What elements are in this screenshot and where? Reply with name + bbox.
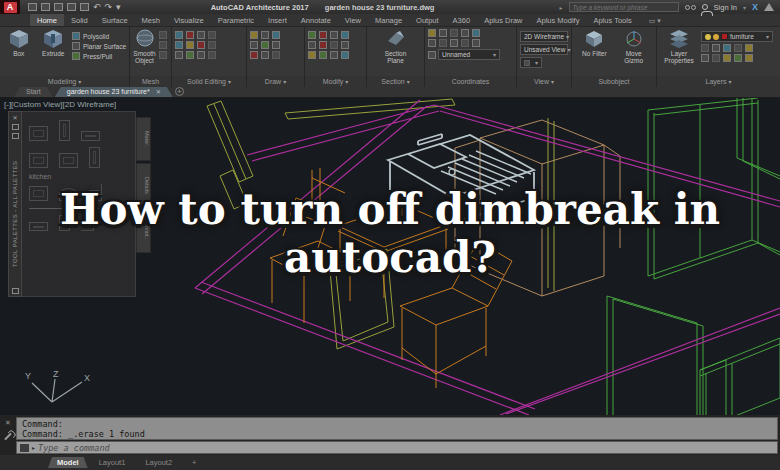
draw-tool-icon[interactable]	[250, 31, 258, 39]
command-icon[interactable]	[20, 444, 29, 452]
solid-editing-tool-icon[interactable]	[208, 31, 216, 39]
panel-label-mesh[interactable]: Mesh	[130, 76, 171, 87]
signin-dropdown-icon[interactable]: ▾	[743, 4, 746, 11]
viewport-config-dropdown[interactable]	[520, 57, 542, 68]
ribbon-tab-aplus-draw[interactable]: Aplus Draw	[477, 14, 529, 26]
layer-tool-icon[interactable]	[701, 54, 709, 62]
solid-editing-tool-icon[interactable]	[197, 41, 205, 49]
help-search-field[interactable]	[569, 2, 679, 12]
visual-style-dropdown[interactable]: 2D Wireframe	[520, 31, 568, 42]
new-layout-button[interactable]: +	[183, 457, 205, 468]
box-button[interactable]: Box	[3, 29, 35, 57]
close-command-icon[interactable]: ✕	[5, 419, 11, 427]
ribbon-tab-annotate[interactable]: Annotate	[294, 14, 338, 26]
draw-tool-icon[interactable]	[250, 41, 258, 49]
print-icon[interactable]	[80, 3, 89, 11]
modify-tool-icon[interactable]	[330, 51, 338, 59]
modify-tool-icon[interactable]	[319, 51, 327, 59]
draw-tool-icon[interactable]	[261, 31, 269, 39]
layer-tool-icon[interactable]	[701, 44, 709, 52]
ribbon-tab-home[interactable]: Home	[30, 14, 64, 26]
search-icon[interactable]	[685, 5, 696, 10]
layer-tool-icon[interactable]	[745, 44, 753, 52]
layer-tool-icon[interactable]	[734, 54, 742, 62]
solid-editing-tool-icon[interactable]	[175, 51, 183, 59]
qat-dropdown-icon[interactable]: ▾	[116, 3, 121, 11]
solid-editing-tool-icon[interactable]	[208, 51, 216, 59]
panel-label-modeling[interactable]: Modeling ▾	[0, 76, 129, 87]
palette-tool-cabinet[interactable]	[59, 153, 78, 168]
ribbon-tab-aplus-tools[interactable]: Aplus Tools	[586, 14, 638, 26]
ucs-tool-icon[interactable]	[472, 39, 480, 47]
draw-tool-icon[interactable]	[261, 51, 269, 59]
ribbon-tab-parametric[interactable]: Parametric	[211, 14, 261, 26]
layout-tab-layout2[interactable]: Layout2	[136, 457, 181, 468]
draw-tool-icon[interactable]	[250, 51, 258, 59]
search-input[interactable]	[570, 4, 678, 11]
close-tab-icon[interactable]: ✕	[156, 87, 161, 97]
modify-tool-icon[interactable]	[308, 51, 316, 59]
panel-label-view[interactable]: View ▾	[517, 76, 571, 87]
palette-settings-icon[interactable]	[12, 288, 19, 294]
panel-label-coordinates[interactable]: Coordinates	[425, 76, 516, 87]
ucs-tool-icon[interactable]	[428, 29, 436, 37]
close-icon[interactable]: ✕	[12, 114, 17, 121]
smooth-object-button[interactable]: Smooth Object	[133, 29, 156, 64]
ucs-tool-icon[interactable]	[472, 29, 480, 37]
draw-tool-icon[interactable]	[272, 41, 280, 49]
planar-surface-button[interactable]: Planar Surface	[72, 42, 126, 50]
layer-tool-icon[interactable]	[745, 54, 753, 62]
solid-editing-tool-icon[interactable]	[197, 51, 205, 59]
ribbon-tab-aplus-modify[interactable]: Aplus Modify	[530, 14, 587, 26]
app-menu-button[interactable]: A	[0, 0, 20, 14]
open-file-icon[interactable]	[41, 3, 50, 11]
layer-tool-icon[interactable]	[723, 54, 731, 62]
new-file-icon[interactable]	[28, 3, 37, 11]
palette-properties-icon[interactable]	[12, 133, 19, 139]
search-expand-icon[interactable]: ▸	[560, 4, 563, 11]
wrench-icon[interactable]	[4, 433, 12, 441]
mesh-tool-icon[interactable]	[159, 51, 167, 59]
solid-editing-tool-icon[interactable]	[175, 31, 183, 39]
solid-editing-tool-icon[interactable]	[197, 31, 205, 39]
exchange-apps-icon[interactable]: X	[752, 2, 758, 12]
ribbon-tab-insert[interactable]: Insert	[261, 14, 294, 26]
ribbon-tab-view[interactable]: View	[338, 14, 368, 26]
command-input-row[interactable]: ▸	[16, 441, 778, 454]
ribbon-display-toggle-icon[interactable]: ▭ ▾	[649, 14, 661, 26]
ucs-tool-icon[interactable]	[461, 29, 469, 37]
palette-tool-tall-cabinet[interactable]	[89, 147, 100, 168]
ribbon-tab-manage[interactable]: Manage	[368, 14, 409, 26]
mesh-tool-icon[interactable]	[159, 31, 167, 39]
modify-tool-icon[interactable]	[330, 31, 338, 39]
modify-tool-icon[interactable]	[319, 31, 327, 39]
layer-tool-icon[interactable]	[734, 44, 742, 52]
ucs-tool-icon[interactable]	[439, 39, 447, 47]
file-tab-start[interactable]: Start	[14, 87, 53, 97]
solid-editing-tool-icon[interactable]	[186, 51, 194, 59]
draw-tool-icon[interactable]	[272, 31, 280, 39]
layout-tab-layout1[interactable]: Layout1	[90, 457, 135, 468]
modify-tool-icon[interactable]	[319, 41, 327, 49]
layer-dropdown[interactable]: furniture	[701, 31, 773, 42]
ribbon-tab-surface[interactable]: Surface	[95, 14, 135, 26]
ucs-tool-icon[interactable]	[428, 51, 436, 59]
panel-label-solid-editing[interactable]: Solid Editing ▾	[172, 76, 246, 87]
viewport-controls-label[interactable]: [-][Custom View][2D Wireframe]	[4, 100, 116, 109]
undo-icon[interactable]: ↶	[93, 3, 101, 11]
communication-center-icon[interactable]	[764, 3, 774, 11]
draw-tool-icon[interactable]	[272, 51, 280, 59]
palette-tab-materials[interactable]: Mater..	[136, 117, 151, 161]
new-drawing-tab-button[interactable]: +	[175, 87, 184, 96]
solid-editing-tool-icon[interactable]	[175, 41, 183, 49]
sign-in-button[interactable]: Sign In	[714, 3, 737, 12]
ucs-tool-icon[interactable]	[461, 39, 469, 47]
draw-tool-icon[interactable]	[261, 41, 269, 49]
polysolid-button[interactable]: Polysolid	[72, 32, 126, 40]
auto-hide-icon[interactable]	[12, 124, 19, 130]
ucs-tool-icon[interactable]	[439, 29, 447, 37]
file-tab-active-doc[interactable]: garden house 23 furniture* ✕	[55, 87, 173, 97]
layer-tool-icon[interactable]	[712, 54, 720, 62]
ribbon-tab-output[interactable]: Output	[409, 14, 446, 26]
panel-label-draw[interactable]: Draw ▾	[247, 76, 304, 87]
